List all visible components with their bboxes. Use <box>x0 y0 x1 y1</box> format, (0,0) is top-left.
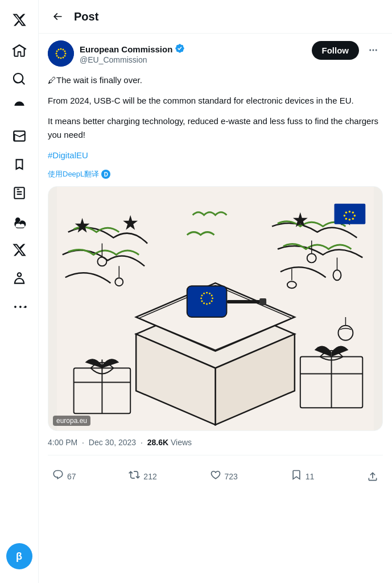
sidebar-item-notifications[interactable] <box>6 95 32 121</box>
svg-point-35 <box>344 215 346 217</box>
translate-row[interactable]: 使用DeepL翻译 D <box>48 169 383 179</box>
comment-icon <box>52 469 64 483</box>
svg-point-51 <box>201 301 203 302</box>
avatar[interactable] <box>48 40 74 67</box>
image-source-label: europa.eu <box>53 416 90 426</box>
views-label: Views <box>171 438 192 447</box>
svg-point-31 <box>354 215 356 217</box>
svg-point-53 <box>201 295 203 297</box>
svg-point-7 <box>60 58 62 59</box>
svg-point-4 <box>65 53 67 55</box>
author-handle: @EU_Commission <box>80 55 185 64</box>
author-name[interactable]: European Commission <box>80 43 185 55</box>
page-title: Post <box>74 10 98 23</box>
sidebar-item-x[interactable] <box>6 237 32 263</box>
more-button[interactable] <box>364 40 383 60</box>
bookmark-icon <box>291 469 302 483</box>
post-hashtag[interactable]: #DigitalEU <box>48 149 383 162</box>
svg-point-10 <box>56 53 57 55</box>
sidebar-item-bookmarks[interactable] <box>6 151 32 178</box>
post-date: Dec 30, 2023 <box>89 438 136 447</box>
svg-point-30 <box>352 211 354 214</box>
svg-point-52 <box>200 298 202 299</box>
post-line1: 🖊The wait is finally over. <box>48 73 383 87</box>
beta-icon: β <box>16 551 22 563</box>
svg-point-43 <box>206 292 208 294</box>
comment-count: 67 <box>67 472 76 481</box>
svg-point-48 <box>209 302 211 304</box>
sidebar-item-communities[interactable] <box>6 208 32 235</box>
post-time: 4:00 PM <box>48 438 77 447</box>
svg-point-5 <box>64 55 65 57</box>
svg-point-54 <box>203 293 205 294</box>
svg-point-36 <box>345 211 348 214</box>
author-info-group: European Commission @EU_Commission <box>48 40 185 67</box>
svg-point-9 <box>56 55 58 57</box>
svg-point-49 <box>206 303 208 305</box>
view-count: 28.6K <box>147 438 168 447</box>
svg-point-44 <box>209 293 211 294</box>
svg-rect-0 <box>48 40 74 67</box>
retweet-button[interactable]: 212 <box>124 466 161 487</box>
svg-point-34 <box>345 217 348 220</box>
svg-rect-42 <box>187 286 227 317</box>
svg-point-11 <box>56 51 58 52</box>
svg-point-50 <box>203 302 205 304</box>
comment-button[interactable]: 67 <box>48 466 81 487</box>
author-actions: Follow <box>312 40 383 60</box>
bookmark-button[interactable]: 11 <box>286 466 319 487</box>
timestamp-row: 4:00 PM · Dec 30, 2023 · 28.6K Views <box>48 438 383 455</box>
sidebar-item-notifications[interactable] <box>6 123 32 149</box>
sidebar: β <box>0 0 39 583</box>
verified-icon <box>175 43 185 55</box>
svg-rect-55 <box>226 300 261 303</box>
svg-point-3 <box>64 51 65 52</box>
bookmark-count: 11 <box>306 472 315 481</box>
post-header: Post <box>39 0 392 34</box>
svg-point-12 <box>58 49 60 51</box>
svg-point-8 <box>58 56 60 58</box>
follow-button[interactable]: Follow <box>312 41 360 60</box>
share-button[interactable] <box>362 467 383 486</box>
svg-point-47 <box>211 301 213 302</box>
svg-point-2 <box>63 49 64 51</box>
author-details: European Commission @EU_Commission <box>80 43 185 64</box>
post: European Commission @EU_Commission Follo… <box>39 34 392 496</box>
translate-icon: D <box>101 170 110 179</box>
svg-rect-28 <box>335 204 366 224</box>
sidebar-item-profile[interactable] <box>6 265 32 292</box>
post-body: 🖊The wait is finally over. From 2024, US… <box>48 73 383 162</box>
svg-point-45 <box>211 295 213 297</box>
svg-point-6 <box>63 56 64 58</box>
svg-point-29 <box>349 211 351 213</box>
sidebar-item-search[interactable] <box>6 66 32 92</box>
retweet-icon <box>129 469 140 483</box>
like-icon <box>210 469 221 483</box>
engagement-row: 67 212 723 <box>48 463 383 489</box>
sidebar-item-lists[interactable] <box>6 180 32 206</box>
retweet-count: 212 <box>143 472 156 481</box>
author-row: European Commission @EU_Commission Follo… <box>48 40 383 67</box>
sidebar-item-more[interactable] <box>6 294 32 320</box>
sidebar-item-home[interactable] <box>6 38 32 64</box>
post-line2: From 2024, USB-C will be the common stan… <box>48 94 383 108</box>
like-count: 723 <box>225 472 238 481</box>
svg-point-46 <box>212 298 213 299</box>
svg-rect-56 <box>259 298 266 305</box>
svg-point-1 <box>60 48 62 50</box>
svg-point-32 <box>352 217 354 220</box>
main-content: Post <box>39 0 392 583</box>
translate-label: 使用DeepL翻译 <box>48 169 99 179</box>
back-button[interactable] <box>48 7 67 26</box>
like-button[interactable]: 723 <box>205 466 242 487</box>
post-line3: It means better charging technology, red… <box>48 114 383 142</box>
post-image[interactable]: europa.eu <box>48 186 383 431</box>
svg-point-33 <box>349 219 351 221</box>
beta-button[interactable]: β <box>6 543 32 569</box>
x-logo[interactable] <box>6 7 32 33</box>
